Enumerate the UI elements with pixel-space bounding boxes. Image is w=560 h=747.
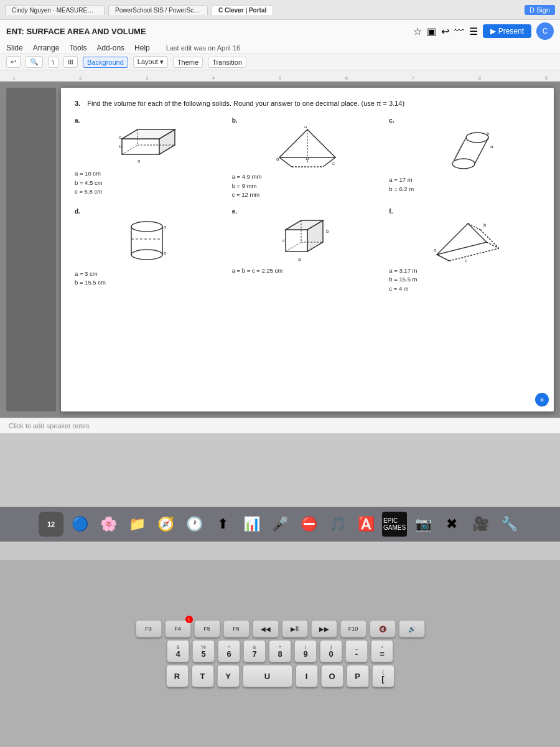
app-header: ENT: SURFACE AREA AND VOLUME ☆ ▣ ↩ 〰 ☰ ▶…: [0, 20, 560, 70]
svg-text:b: b: [326, 228, 329, 234]
taskbar-icon-x[interactable]: ✖: [439, 512, 464, 537]
menu-slide[interactable]: Slide: [6, 44, 23, 52]
shape-e-dims: a = b = c = 2.25 cm: [232, 266, 283, 275]
key-9[interactable]: (9: [294, 640, 317, 662]
key-u[interactable]: U: [243, 665, 292, 687]
taskbar-icon-game[interactable]: EPICGAMES: [382, 512, 407, 537]
svg-text:b: b: [304, 126, 307, 129]
zoom-button[interactable]: 🔍: [26, 56, 43, 68]
svg-text:c: c: [282, 238, 285, 243]
key-f12[interactable]: 🔊: [399, 620, 425, 637]
svg-text:a: a: [276, 156, 279, 162]
key-6[interactable]: ^6: [218, 640, 240, 662]
svg-text:a: a: [138, 158, 141, 164]
wave-icon: 〰: [454, 26, 464, 37]
shape-f-label: f.: [389, 208, 393, 215]
transition-button[interactable]: Transition: [208, 57, 246, 68]
cursor-button[interactable]: \: [48, 57, 58, 68]
taskbar-icon-photos[interactable]: 🌸: [96, 512, 121, 537]
svg-point-18: [466, 133, 488, 143]
key-i[interactable]: I: [296, 665, 318, 687]
key-o[interactable]: O: [321, 665, 343, 687]
taskbar-icon-nav[interactable]: ⬆: [210, 512, 235, 537]
key-r[interactable]: R: [166, 665, 189, 687]
theme-button[interactable]: Theme: [173, 57, 203, 68]
taskbar-icon-finder[interactable]: 🔵: [67, 512, 92, 537]
taskbar-icon-clock[interactable]: 🕐: [182, 512, 207, 537]
shape-e: e. c b a: [232, 208, 383, 293]
last-edit: Last edit was on April 16: [166, 44, 240, 52]
shape-f-svg: b a c: [389, 217, 540, 264]
taskbar-icon-app[interactable]: 🅰️: [353, 512, 378, 537]
avatar: C: [536, 22, 554, 40]
monitor-icon[interactable]: ▣: [427, 26, 436, 37]
key-f7[interactable]: ◀◀: [253, 620, 279, 637]
taskbar-icon-wrench[interactable]: 🔧: [497, 512, 521, 537]
svg-line-43: [449, 248, 499, 261]
svg-text:a: a: [164, 224, 167, 230]
taskbar-icon-photo[interactable]: 📷: [411, 512, 436, 537]
taskbar-icon-files[interactable]: 📁: [124, 512, 149, 537]
present-button[interactable]: ▶ Present: [483, 24, 531, 38]
svg-text:b: b: [483, 222, 487, 228]
key-4[interactable]: $4: [167, 640, 189, 662]
shape-d-svg: a b: [75, 217, 226, 267]
shape-b-dims: a = 4.9 mmb = 9 mmc = 12 mm: [232, 172, 262, 199]
browser-bar: Cindy Nguyen - MEASUREMENT: SU... PowerS…: [0, 0, 560, 20]
key-f5[interactable]: F5: [194, 620, 220, 637]
key-0[interactable]: )0: [320, 640, 342, 662]
key-minus[interactable]: _-: [345, 640, 368, 662]
taskbar-icon-chart[interactable]: 📊: [239, 512, 264, 537]
tab-powerschool[interactable]: PowerSchool SIS / PowerSchool Lo...: [108, 5, 208, 15]
key-f4[interactable]: F4 1: [165, 620, 191, 637]
background-button[interactable]: Background: [83, 57, 128, 68]
list-icon[interactable]: ☰: [469, 26, 478, 37]
key-8[interactable]: *8: [269, 640, 291, 662]
key-f10[interactable]: F10: [340, 620, 366, 637]
menu-tools[interactable]: Tools: [69, 44, 86, 52]
key-f6[interactable]: F6: [223, 620, 250, 637]
taskbar-icon-stop[interactable]: ⛔: [296, 512, 321, 537]
key-7[interactable]: &7: [243, 640, 266, 662]
star-icon[interactable]: ☆: [413, 26, 422, 37]
key-f8[interactable]: ▶II: [282, 620, 308, 637]
key-f3[interactable]: F3: [136, 620, 162, 637]
taskbar-icon-safari[interactable]: 🧭: [153, 512, 178, 537]
ruler: 12345 6789: [0, 70, 560, 82]
menu-help[interactable]: Help: [134, 44, 150, 52]
tab-cindy[interactable]: Cindy Nguyen - MEASUREMENT: SU...: [5, 5, 105, 15]
key-brace-open[interactable]: {[: [372, 665, 394, 687]
key-5[interactable]: %5: [192, 640, 215, 662]
sign-button[interactable]: D Sign: [525, 5, 555, 15]
key-f11[interactable]: 🔇: [370, 620, 396, 637]
shape-d-dims: a = 3 cmb = 15.5 cm: [75, 270, 106, 288]
svg-text:c: c: [119, 134, 121, 140]
key-p[interactable]: P: [347, 665, 369, 687]
menu-addons[interactable]: Add-ons: [96, 44, 124, 52]
shape-c: c. b a a = 17 mb = 6.2 m: [389, 117, 540, 199]
shape-b: b. b a c a = 4: [232, 117, 383, 199]
taskbar-icon-camera[interactable]: 🎥: [468, 512, 493, 537]
svg-point-17: [306, 157, 309, 160]
question-number: 3.: [75, 100, 80, 107]
taskbar-icon-mic[interactable]: 🎤: [268, 512, 292, 537]
tab-clever[interactable]: C Clever | Portal: [212, 5, 273, 15]
key-f9[interactable]: ▶▶: [311, 620, 337, 637]
add-slide-button[interactable]: +: [535, 393, 549, 406]
menu-arrange[interactable]: Arrange: [33, 44, 60, 52]
add-button[interactable]: ⊞: [63, 56, 78, 68]
key-t[interactable]: T: [192, 665, 214, 687]
speaker-notes[interactable]: Click to add speaker notes: [0, 418, 560, 433]
key-equals[interactable]: +=: [371, 640, 393, 662]
undo-button[interactable]: ↩: [6, 56, 21, 68]
taskbar-icon-music[interactable]: 🎵: [325, 512, 350, 537]
page-title: ENT: SURFACE AREA AND VOLUME: [6, 27, 407, 36]
layout-button[interactable]: Layout ▾: [133, 56, 168, 68]
share-icon[interactable]: ↩: [441, 26, 449, 37]
shapes-grid: a. b c a: [75, 117, 540, 293]
svg-point-21: [452, 159, 475, 169]
title-icons: ☆ ▣ ↩ 〰 ☰ ▶ Present C: [413, 22, 554, 40]
shape-c-svg: b a: [389, 126, 540, 173]
key-y[interactable]: Y: [217, 665, 240, 687]
shape-a-label: a.: [75, 117, 80, 124]
